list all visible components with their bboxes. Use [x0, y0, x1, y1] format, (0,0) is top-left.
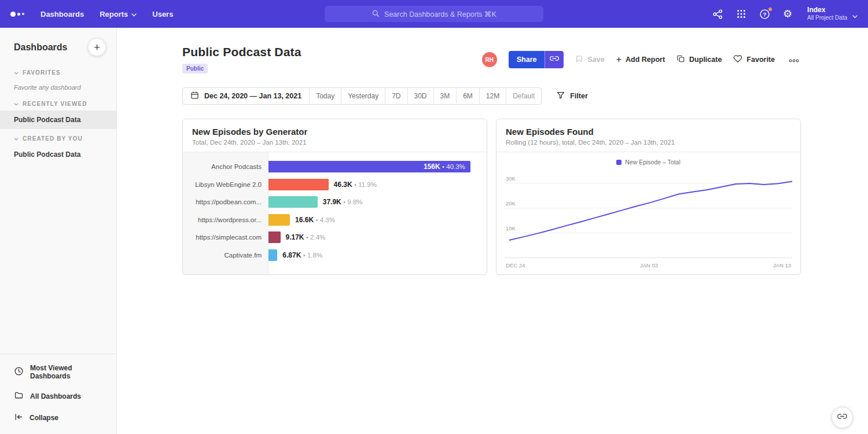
preset-6m[interactable]: 6M	[456, 88, 479, 104]
all-dashboards-label: All Dashboards	[30, 392, 81, 400]
collapse-sidebar[interactable]: Collapse	[0, 407, 116, 428]
nav-dashboards-label: Dashboards	[41, 10, 84, 19]
bar-segment[interactable]	[269, 249, 277, 261]
chevron-down-icon	[852, 10, 858, 21]
card-title: New Episodes Found	[506, 127, 791, 137]
link-icon	[837, 411, 847, 424]
more-options-button[interactable]	[786, 52, 801, 67]
section-created-by-you[interactable]: CREATED BY YOU	[0, 129, 116, 145]
add-dashboard-button[interactable]: +	[88, 38, 106, 56]
add-report-label: Add Report	[626, 56, 665, 64]
preset-3m[interactable]: 3M	[433, 88, 457, 104]
bar-chart-rows: Anchor Podcasts156K • 40.3%Libsyn WebEng…	[183, 152, 487, 264]
connections-icon[interactable]	[712, 9, 723, 20]
sidebar-item-public-podcast-data[interactable]: Public Podcast Data	[0, 111, 116, 129]
apps-grid-icon[interactable]	[736, 9, 746, 19]
project-switcher[interactable]: Index All Project Data	[807, 6, 858, 22]
preset-default[interactable]: Default	[506, 88, 541, 104]
bar-chart: Anchor Podcasts156K • 40.3%Libsyn WebEng…	[183, 152, 487, 274]
section-favorites-label: FAVORITES	[23, 69, 61, 76]
preset-12m[interactable]: 12M	[479, 88, 506, 104]
help-icon[interactable]: ?	[759, 9, 770, 20]
favorites-empty-text: Favorite any dashboard	[0, 79, 116, 94]
bar-segment[interactable]	[269, 179, 329, 190]
project-subtitle: All Project Data	[807, 14, 847, 22]
bar-value-label: 46.3K	[334, 181, 352, 189]
copy-link-floating-button[interactable]	[832, 407, 853, 428]
section-favorites[interactable]: FAVORITES	[0, 63, 116, 79]
preset-30d[interactable]: 30D	[407, 88, 433, 104]
bar-pct-label: • 9.8%	[343, 198, 362, 205]
favorite-button[interactable]: Favorite	[733, 54, 775, 65]
date-range-label: Dec 24, 2020 — Jan 13, 2021	[204, 92, 301, 100]
visibility-badge: Public	[182, 64, 208, 73]
bar-category-label: Anchor Podcasts	[183, 163, 269, 170]
bar-row: https://simplecast.com9.17K • 2.4%	[183, 229, 487, 247]
nav-users[interactable]: Users	[152, 10, 173, 19]
share-button[interactable]: Share	[509, 51, 545, 68]
section-recently-viewed[interactable]: RECENTLY VIEWED	[0, 94, 116, 111]
date-controls-row: Dec 24, 2020 — Jan 13, 2021 Today Yester…	[182, 87, 801, 105]
bar-category-label: https://wordpress.or...	[183, 216, 269, 223]
bar-pct-label: • 40.3%	[442, 163, 465, 170]
bar-value-label: 16.6K	[295, 216, 314, 224]
chevron-down-icon	[14, 69, 19, 76]
nav-reports[interactable]: Reports	[100, 10, 137, 19]
nav-dashboards[interactable]: Dashboards	[41, 10, 84, 19]
filter-button[interactable]: Filter	[556, 91, 588, 101]
preset-7d[interactable]: 7D	[385, 88, 407, 104]
bar-value-label: 6.87K	[282, 251, 301, 259]
add-report-button[interactable]: + Add Report	[616, 55, 665, 64]
page-title: Public Podcast Data	[182, 45, 301, 59]
bar-track: 6.87K • 1.8%	[269, 249, 487, 261]
share-link-button[interactable]	[545, 51, 564, 68]
link-icon	[550, 54, 559, 65]
app-logo-icon[interactable]	[10, 12, 24, 17]
line-series[interactable]	[509, 181, 792, 240]
save-icon	[575, 54, 583, 65]
legend-item[interactable]: New Episode – Total	[505, 159, 792, 165]
most-viewed-dashboards[interactable]: Most Viewed Dashboards	[0, 359, 116, 385]
bar-value-label: 156K	[424, 163, 440, 171]
line-plot[interactable]: 30K20K10K	[505, 171, 792, 258]
date-range-picker[interactable]: Dec 24, 2020 — Jan 13, 2021	[183, 88, 309, 104]
bar-segment[interactable]	[269, 196, 318, 208]
search-input[interactable]: Search Dashboards & Reports ⌘K	[325, 6, 543, 22]
funnel-icon	[556, 91, 565, 101]
preset-today[interactable]: Today	[309, 88, 341, 104]
card-new-episodes-by-generator: New Episodes by Generator Total, Dec 24t…	[182, 119, 487, 275]
top-nav: Dashboards Reports Users Search Dashboar…	[0, 0, 868, 28]
nav-reports-label: Reports	[100, 10, 128, 19]
plus-icon: +	[616, 55, 621, 64]
section-recently-viewed-label: RECENTLY VIEWED	[23, 101, 87, 107]
chevron-down-icon	[14, 135, 19, 142]
copy-icon	[676, 54, 685, 65]
save-button[interactable]: Save	[575, 54, 604, 65]
settings-gear-icon[interactable]: ⚙	[783, 9, 792, 19]
collapse-label: Collapse	[30, 414, 58, 422]
card-subtitle: Rolling (12 hours), total, Dec 24th, 202…	[506, 139, 791, 146]
bar-row: https://podbean.com...37.9K • 9.8%	[183, 193, 487, 211]
bar-segment[interactable]: 156K • 40.3%	[269, 161, 470, 172]
bar-track: 37.9K • 9.8%	[269, 196, 487, 208]
folder-icon	[14, 391, 24, 402]
favorite-label: Favorite	[746, 56, 775, 64]
section-created-by-you-label: CREATED BY YOU	[23, 135, 83, 142]
all-dashboards[interactable]: All Dashboards	[0, 385, 116, 407]
bar-segment[interactable]	[269, 231, 281, 243]
bar-value-label: 37.9K	[323, 198, 341, 206]
x-tick: DEC 24	[506, 262, 525, 269]
legend-swatch	[616, 160, 621, 165]
dashboard-toolbar: RH Share Save + Add Report Dup	[482, 51, 801, 68]
bar-track: 46.3K • 11.9%	[269, 179, 487, 190]
bar-segment[interactable]	[269, 214, 290, 226]
more-dots-icon	[789, 54, 799, 65]
duplicate-button[interactable]: Duplicate	[676, 54, 722, 65]
bar-pct-label: • 2.4%	[306, 234, 325, 241]
preset-yesterday[interactable]: Yesterday	[341, 88, 385, 104]
sidebar-item-public-podcast-data-created[interactable]: Public Podcast Data	[0, 145, 116, 164]
bar-pct-label: • 11.9%	[354, 181, 377, 188]
bar-row: Captivate.fm6.87K • 1.8%	[183, 247, 487, 264]
avatar[interactable]: RH	[482, 52, 497, 67]
main-area: Public Podcast Data Public RH Share Save…	[117, 28, 868, 434]
